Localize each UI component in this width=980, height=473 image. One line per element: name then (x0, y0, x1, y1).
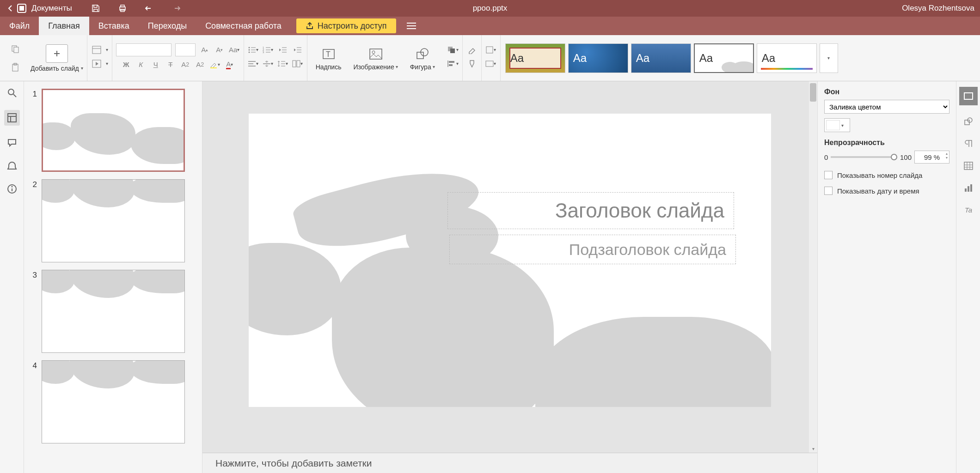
align-objects-icon[interactable]: ▾ (447, 58, 459, 69)
menu-insert[interactable]: Вставка (89, 17, 139, 35)
theme-thumb-2[interactable]: Aa (568, 43, 628, 73)
align-horizontal-icon[interactable]: ▾ (248, 58, 259, 69)
slide-settings-icon[interactable] (959, 87, 978, 105)
thumbnails-icon[interactable] (4, 110, 20, 126)
superscript-icon[interactable]: A2 (180, 59, 191, 70)
numbering-icon[interactable]: 123▾ (263, 44, 274, 55)
fill-color-button[interactable]: ▾ (824, 118, 850, 132)
copy-icon[interactable] (10, 43, 21, 55)
checkbox[interactable] (824, 187, 833, 195)
shape-settings-icon[interactable] (962, 115, 974, 127)
slide-item[interactable]: 1 (29, 89, 197, 172)
scroll-down-icon[interactable]: ▾ (809, 444, 817, 453)
paragraph-settings-icon[interactable] (962, 138, 974, 150)
underline-icon[interactable]: Ч (150, 59, 161, 70)
line-spacing-icon[interactable]: ▾ (277, 58, 288, 69)
slide-thumbnail-3[interactable] (42, 270, 185, 353)
shape-button[interactable]: Фигура▾ (405, 46, 440, 71)
add-slide-label[interactable]: Добавить слайд▾ (31, 65, 83, 72)
chevron-down-icon[interactable]: ▾ (106, 61, 108, 66)
subscript-icon[interactable]: A2 (195, 59, 206, 70)
toolbar: Добавить слайд▾ ▾ ▾ A▴ A▾ Aa▾ Ж К Ч Т A2… (0, 35, 980, 81)
font-size-select[interactable] (175, 43, 196, 56)
font-family-select[interactable] (116, 43, 172, 56)
hamburger-icon[interactable] (402, 17, 421, 35)
slide-thumbnail-2[interactable] (42, 179, 185, 262)
about-icon[interactable] (6, 183, 18, 195)
increase-indent-icon[interactable] (292, 44, 303, 55)
paste-icon[interactable] (10, 62, 21, 73)
opacity-input[interactable]: 99 % ▴▾ (914, 151, 949, 164)
spinner-icons[interactable]: ▴▾ (946, 152, 948, 160)
app-icon (16, 2, 28, 14)
play-icon[interactable] (91, 58, 102, 69)
svg-rect-39 (297, 61, 300, 67)
font-color-icon[interactable]: A▾ (224, 59, 235, 70)
align-vertical-icon[interactable]: ▾ (263, 58, 274, 69)
fill-type-select[interactable]: Заливка цветом (824, 100, 949, 114)
strikethrough-icon[interactable]: Т (165, 59, 176, 70)
share-icon (306, 22, 314, 30)
decrease-font-icon[interactable]: A▾ (214, 44, 225, 55)
share-button[interactable]: Настроить доступ (296, 18, 396, 33)
theme-thumb-4[interactable]: Aa (694, 43, 754, 73)
copy-style-icon[interactable] (466, 58, 478, 69)
change-case-icon[interactable]: Aa▾ (229, 44, 240, 55)
slide-item[interactable]: 4 (29, 360, 197, 443)
menu-file[interactable]: Файл (0, 17, 39, 35)
slide-size-icon[interactable]: ▾ (485, 58, 496, 69)
slide-thumbnail-1[interactable] (42, 89, 185, 172)
highlight-icon[interactable]: ▾ (209, 59, 220, 70)
image-button[interactable]: Изображение▾ (349, 46, 402, 71)
opacity-slider[interactable] (831, 156, 897, 158)
table-settings-icon[interactable] (962, 160, 974, 172)
text-art-icon[interactable]: Ta (962, 204, 974, 216)
notes-area[interactable]: Нажмите, чтобы добавить заметки (202, 453, 817, 473)
bold-icon[interactable]: Ж (121, 59, 132, 70)
comments-icon[interactable] (6, 137, 18, 149)
vertical-scrollbar[interactable]: ▴ ▾ (809, 81, 817, 453)
add-slide-button[interactable] (46, 44, 68, 63)
arrange-icon[interactable]: ▾ (447, 44, 459, 55)
textbox-button[interactable]: T Надпись (311, 46, 346, 71)
undo-icon[interactable] (144, 3, 154, 13)
slider-thumb[interactable] (891, 154, 897, 160)
scroll-handle[interactable] (810, 83, 816, 102)
decrease-indent-icon[interactable] (277, 44, 288, 55)
slide-item[interactable]: 3 (29, 270, 197, 353)
theme-thumb-1[interactable]: Aa (505, 43, 565, 73)
theme-thumb-5[interactable]: Aa (757, 43, 817, 73)
theme-thumb-3[interactable]: Aa (631, 43, 691, 73)
chart-settings-icon[interactable] (962, 182, 974, 194)
search-icon[interactable] (6, 87, 18, 99)
chevron-down-icon[interactable]: ▾ (106, 47, 108, 52)
eraser-icon[interactable] (466, 44, 478, 55)
columns-icon[interactable]: ▾ (292, 58, 303, 69)
increase-font-icon[interactable]: A▴ (199, 44, 210, 55)
bullets-icon[interactable]: ▾ (248, 44, 259, 55)
show-slide-number-row[interactable]: Показывать номер слайда (824, 171, 949, 179)
svg-point-55 (8, 89, 14, 95)
slide-item[interactable]: 2 (29, 179, 197, 262)
fill-color-icon[interactable]: ▾ (485, 44, 496, 55)
layout-icon[interactable] (91, 44, 102, 55)
italic-icon[interactable]: К (135, 59, 147, 70)
print-icon[interactable] (117, 3, 128, 13)
save-icon[interactable] (91, 3, 101, 13)
slide-panel: 1 2 3 (24, 81, 202, 473)
menu-transitions[interactable]: Переходы (139, 17, 196, 35)
slide-thumbnail-4[interactable] (42, 360, 185, 443)
redo-icon[interactable] (171, 3, 181, 13)
slide-canvas[interactable]: Заголовок слайда Подзаголовок слайда (249, 114, 771, 407)
theme-more-button[interactable]: ▾ (820, 43, 838, 73)
svg-rect-47 (450, 49, 455, 53)
back-icon[interactable] (6, 3, 16, 13)
menu-collab[interactable]: Совместная работа (196, 17, 291, 35)
menu-home[interactable]: Главная (39, 17, 89, 35)
subtitle-placeholder[interactable]: Подзаголовок слайда (449, 235, 736, 264)
checkbox[interactable] (824, 171, 833, 179)
title-placeholder[interactable]: Заголовок слайда (447, 192, 734, 229)
show-date-time-row[interactable]: Показывать дату и время (824, 187, 949, 195)
user-name[interactable]: Olesya Rozhentsova (902, 4, 974, 13)
feedback-icon[interactable] (6, 160, 18, 172)
